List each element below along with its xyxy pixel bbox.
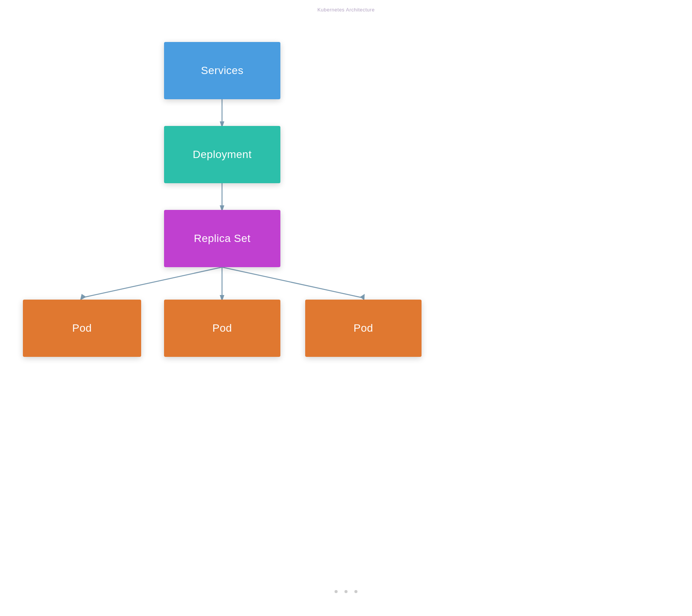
bottom-dots — [335, 590, 357, 593]
dot-3 — [354, 590, 357, 593]
top-label: Kubernetes Architecture — [317, 7, 375, 13]
replicaset-box: Replica Set — [164, 210, 280, 267]
deployment-label: Deployment — [193, 148, 251, 161]
replicaset-label: Replica Set — [194, 232, 251, 245]
dot-1 — [335, 590, 338, 593]
pod-center-label: Pod — [212, 322, 232, 334]
services-box: Services — [164, 42, 280, 99]
svg-line-4 — [82, 267, 222, 298]
pod-right-label: Pod — [354, 322, 373, 334]
pod-right-box: Pod — [305, 300, 422, 357]
svg-line-8 — [222, 267, 362, 298]
diagram-container: Kubernetes Architecture Services Deploym… — [0, 0, 692, 616]
dot-2 — [344, 590, 348, 593]
deployment-box: Deployment — [164, 126, 280, 183]
pod-left-label: Pod — [72, 322, 92, 334]
services-label: Services — [201, 65, 243, 77]
pod-left-box: Pod — [23, 300, 141, 357]
pod-center-box: Pod — [164, 300, 280, 357]
